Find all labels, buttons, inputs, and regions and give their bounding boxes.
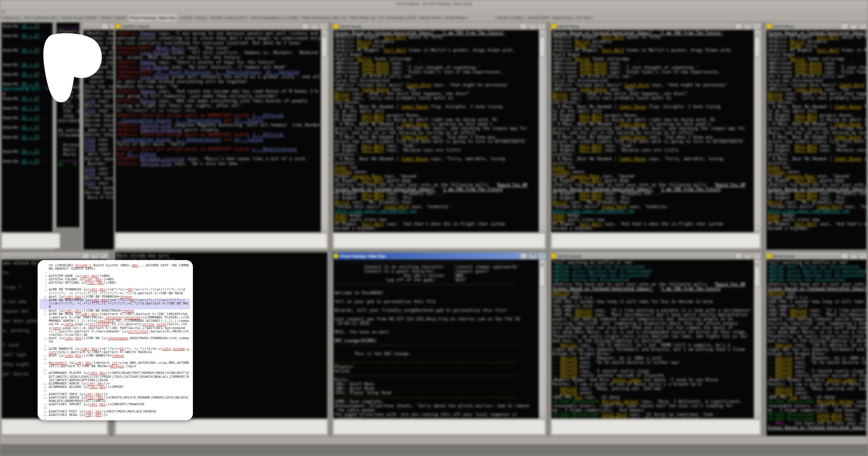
code-link[interactable]: bbs (75, 336, 81, 340)
tab-item[interactable]: MCM3 Volund (357) (209, 14, 249, 22)
code-link[interactable]: bb (130, 298, 134, 302)
code-link[interactable]: bblogin (109, 364, 124, 368)
code-link[interactable]: cobj (89, 402, 97, 406)
terminal-output[interactable]: ----------------------------------------… (333, 260, 545, 418)
scroll-up-button[interactable]: ▲ (539, 30, 545, 36)
command-input[interactable] (115, 419, 327, 435)
scrollbar-thumb[interactable] (539, 37, 545, 57)
maximize-button[interactable]: ❐ (529, 23, 536, 29)
code-link[interactable]: bb (120, 347, 124, 351)
close-button[interactable]: ✕ (320, 23, 327, 29)
terminal-output[interactable]: Scenes Based on Fackead-Generated Ideas?… (333, 30, 545, 232)
maximize-button[interactable]: ❐ (744, 23, 751, 29)
scroll-down-button[interactable]: ▼ (539, 226, 545, 232)
tab-item[interactable]: Final Fantasy: New Sea (129, 14, 177, 22)
tab-item[interactable]: Volund (1) (0, 14, 22, 22)
window-titlebar[interactable]: MCM Finna–❐✕ (550, 23, 761, 30)
code-link[interactable]: bbs (75, 354, 81, 358)
code-link[interactable]: setq (53, 326, 61, 330)
code-link[interactable]: bbs (132, 263, 138, 267)
terminal-output[interactable]: Scenes Based on Fackead-Generated Ideas?… (766, 30, 867, 249)
minimize-button[interactable]: – (735, 23, 742, 29)
code-link[interactable]: strfirstof (89, 322, 109, 326)
command-input[interactable] (551, 419, 760, 435)
command-input[interactable] (1, 419, 108, 435)
close-button[interactable]: ✕ (859, 23, 867, 29)
scroll-up-button[interactable]: ▲ (539, 260, 545, 265)
tab-item[interactable]: EX3 Cytherea (91) (23, 14, 59, 22)
vertical-scrollbar[interactable]: ▲▼ (539, 260, 545, 418)
maximize-button[interactable]: ❐ (850, 253, 857, 259)
code-link[interactable]: cobj (75, 361, 83, 365)
vertical-scrollbar[interactable]: ▲▼ (754, 260, 760, 418)
code-link[interactable]: isint (156, 322, 166, 326)
code-link[interactable]: bbs (97, 396, 104, 400)
maximize-button[interactable]: ❐ (744, 253, 751, 259)
command-input[interactable] (333, 233, 545, 249)
code-link[interactable]: bbs (99, 402, 106, 406)
command-input[interactable] (115, 233, 327, 249)
code-link[interactable]: cobj (81, 312, 89, 316)
code-link[interactable]: setunion (124, 316, 140, 319)
minimize-button[interactable]: – (841, 253, 848, 259)
window-titlebar[interactable]: –❐✕ (0, 252, 108, 260)
code-link[interactable]: bb (128, 288, 132, 291)
scroll-up-button[interactable]: ▲ (754, 30, 760, 36)
scroll-down-button[interactable]: ▼ (754, 413, 760, 418)
code-link[interactable]: cobj (87, 281, 95, 285)
scroll-down-button[interactable]: ▼ (321, 226, 327, 232)
minimize-button[interactable]: – (841, 23, 848, 29)
close-button[interactable]: ✕ (753, 23, 760, 29)
tab-item[interactable]: EC Schroeder (573) (378, 14, 418, 22)
code-link[interactable]: bbs (92, 312, 98, 316)
terminal-output[interactable]: Scenes Based on Fackead-Generated Ideas?… (551, 30, 760, 232)
tab-item[interactable]: PEN Rhan (4) (349, 14, 377, 22)
minimize-button[interactable]: – (302, 23, 309, 29)
command-input[interactable] (333, 419, 545, 435)
terminal-output[interactable]: <Public> Ramapo says, 'I was going to sa… (115, 30, 327, 232)
minimize-button[interactable]: – (520, 23, 527, 29)
window-titlebar[interactable]: MCM Volund–❐✕ (550, 252, 761, 260)
scrollbar-thumb[interactable] (754, 266, 760, 287)
maximize-button[interactable]: ❐ (91, 253, 98, 259)
code-link[interactable]: regexp (112, 354, 124, 358)
code-link[interactable]: cobj (87, 396, 95, 400)
code-link[interactable]: bbs (95, 413, 102, 417)
vertical-scrollbar[interactable]: ▲▼ (539, 30, 545, 232)
scroll-up-button[interactable]: ▲ (321, 30, 327, 36)
code-link[interactable]: cobj (81, 347, 89, 351)
window-titlebar[interactable]: SuPER Volund–❐✕ (114, 23, 328, 30)
command-input[interactable] (1, 233, 60, 249)
code-link[interactable]: setq (163, 347, 171, 351)
window-titlebar[interactable]: MCM Seras–❐✕ (765, 252, 868, 260)
vertical-scrollbar[interactable]: ▲▼ (754, 30, 760, 232)
code-editor-panel[interactable]: th u(NEWCOBJ,Volund's Board System <BBS>… (38, 260, 193, 420)
code-link[interactable]: bbs (99, 371, 106, 375)
code-link[interactable]: strfirstof (128, 330, 148, 333)
window-titlebar[interactable]: MCM Seras–❐✕ (332, 23, 546, 30)
command-input[interactable] (551, 233, 760, 249)
tab-item[interactable]: MCM KaraNheLLe (2358) (250, 14, 299, 22)
close-button[interactable]: ✕ (859, 253, 867, 259)
tab-item[interactable]: PEN Rameleva Lilee (1) (300, 14, 347, 22)
tab-item[interactable]: MCM Finna (419, 14, 443, 22)
code-link[interactable]: bbs (85, 361, 92, 365)
minimize-button[interactable]: – (82, 253, 89, 259)
code-link[interactable]: cobj (89, 371, 97, 375)
scroll-down-button[interactable]: ▼ (754, 226, 760, 232)
tab-item[interactable]: RUSH (12891) (496, 14, 526, 22)
code-link[interactable]: bbs (102, 298, 108, 302)
scrollbar-thumb[interactable] (754, 37, 760, 57)
code-link[interactable]: cobj (65, 336, 73, 340)
code-link[interactable]: bbs (97, 281, 104, 285)
code-link[interactable]: bbs (99, 288, 106, 291)
tab-item[interactable]: MCM Seras (5666) (61, 14, 98, 22)
code-link[interactable]: cobj (65, 354, 73, 358)
vertical-scrollbar[interactable]: ▲▼ (321, 30, 327, 232)
minimize-button[interactable]: – (101, 23, 108, 29)
window-titlebar[interactable]: Final Fantasy: New Sea–❐✕ (332, 252, 546, 260)
close-button[interactable]: ✕ (100, 253, 108, 259)
tab-item[interactable]: RHOSTERY Volund (31) (527, 14, 574, 22)
tab-item[interactable]: MCMJ Volund (99, 14, 128, 22)
terminal-output[interactable]: *occ* watching on netflix or nah'<WATCH>… (551, 260, 760, 418)
